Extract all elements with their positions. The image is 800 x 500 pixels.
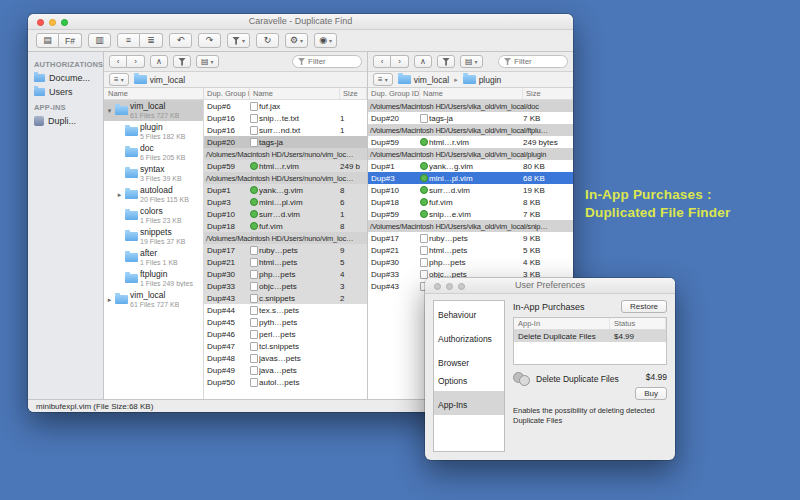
table-row[interactable]: Dup#10 surr…d.vim 19 KB: [368, 184, 573, 196]
table-row[interactable]: Dup#16 surr…nd.txt 1: [204, 124, 367, 136]
table-row[interactable]: Dup#30 php…pets 4: [204, 268, 367, 280]
filter-field[interactable]: [292, 55, 362, 68]
table-row[interactable]: Dup#3 mini…pl.vim 68 KB: [368, 172, 573, 184]
tree-row[interactable]: colors 1 Files 23 KB: [104, 205, 203, 226]
table-row[interactable]: Dup#30 php…pets 4 KB: [368, 256, 573, 268]
refresh-button[interactable]: ↻: [256, 33, 279, 48]
forward-button[interactable]: ›: [391, 55, 409, 68]
close-button[interactable]: [434, 283, 441, 290]
tree-row[interactable]: snippets 19 Files 37 KB: [104, 226, 203, 247]
table-row[interactable]: /Volumes/Macintosh HD/Users/vika_old/vim…: [368, 148, 573, 160]
table-row[interactable]: Dup#18 fuf.vim 8 KB: [368, 196, 573, 208]
sidebar-item[interactable]: Dupli...: [28, 114, 103, 128]
table-row[interactable]: Dup#45 pyth…pets: [204, 316, 367, 328]
table-row[interactable]: Dup#47 tcl.snippets: [204, 340, 367, 352]
table-row[interactable]: Dup#43 c.snippets 2: [204, 292, 367, 304]
column-header-name[interactable]: Name: [420, 88, 523, 99]
tree-column-header[interactable]: Name: [104, 88, 203, 100]
path-menu-button[interactable]: ≡▾: [109, 73, 129, 86]
table-row[interactable]: Dup#3 mini…pl.vim 6: [204, 196, 367, 208]
table-row[interactable]: Dup#46 perl…pets: [204, 328, 367, 340]
back-button[interactable]: ‹: [373, 55, 391, 68]
close-button[interactable]: [37, 19, 44, 26]
table-row[interactable]: Dup#1 yank…g.vim 80 KB: [368, 160, 573, 172]
table-row[interactable]: /Volumes/Macintosh HD/Users/nuno/vim_loc…: [204, 232, 367, 244]
table-row[interactable]: Dup#16 snip…te.txt 1: [204, 112, 367, 124]
path-item-vim-local[interactable]: vim_local: [134, 75, 185, 85]
outline-view-button[interactable]: ≣: [140, 33, 163, 48]
table-row[interactable]: Dup#20 tags-ja: [204, 136, 367, 148]
sidebar-item[interactable]: Users: [28, 85, 103, 99]
table-row[interactable]: Dup#50 autol…pets: [204, 376, 367, 388]
tree-row[interactable]: syntax 3 Files 39 KB: [104, 163, 203, 184]
column-header-status[interactable]: Status: [610, 318, 666, 329]
restore-button[interactable]: Restore: [621, 300, 667, 313]
tree-row[interactable]: plugin 5 Files 182 KB: [104, 121, 203, 142]
view-mode-button[interactable]: ▤▾: [196, 55, 219, 68]
filter-toggle-button[interactable]: [173, 55, 191, 68]
sidebar-item[interactable]: Docume...: [28, 71, 103, 85]
view-mode-button[interactable]: ▤▾: [460, 55, 483, 68]
table-row[interactable]: Dup#48 javas…pets: [204, 352, 367, 364]
table-row[interactable]: Dup#21 html…pets 5 KB: [368, 244, 573, 256]
tree-row[interactable]: ftplugin 1 Files 249 bytes: [104, 268, 203, 289]
view-options-menu-button[interactable]: ◉▾: [314, 33, 337, 48]
back-button[interactable]: ‹: [109, 55, 127, 68]
column-header-app-in[interactable]: App-In: [514, 318, 610, 329]
disclosure-triangle-icon[interactable]: [106, 107, 113, 115]
column-header-size[interactable]: Size: [523, 88, 573, 99]
fsharp-view-button[interactable]: F#: [59, 33, 82, 48]
table-row[interactable]: Dup#59 html…r.vim 249 b: [204, 160, 367, 172]
preferences-nav-item[interactable]: Behaviour: [434, 301, 504, 325]
up-button[interactable]: ∧: [150, 55, 168, 68]
tree-row[interactable]: doc 6 Files 205 KB: [104, 142, 203, 163]
path-item-vim-local[interactable]: vim_local: [398, 75, 449, 85]
table-row[interactable]: Dup#18 fuf.vim 8: [204, 220, 367, 232]
columns-view-button[interactable]: ▥: [88, 33, 111, 48]
preferences-nav-item[interactable]: Browser Options: [434, 349, 504, 391]
table-row[interactable]: /Volumes/Macintosh HD/Users/vika_old/vim…: [368, 220, 573, 232]
disclosure-triangle-icon[interactable]: [106, 296, 113, 304]
table-row[interactable]: Dup#17 ruby…pets 9: [204, 244, 367, 256]
purchase-table-row[interactable]: Delete Duplicate Files $4.99: [514, 330, 666, 342]
table-row[interactable]: Dup#21 html…pets 5: [204, 256, 367, 268]
table-row[interactable]: Dup#6 fuf.jax: [204, 100, 367, 112]
table-row[interactable]: Dup#20 tags-ja 7 KB: [368, 112, 573, 124]
zoom-button[interactable]: [458, 283, 465, 290]
table-row[interactable]: /Volumes/Macintosh HD/Users/vika_old/vim…: [368, 100, 573, 112]
filter-input[interactable]: [514, 57, 562, 66]
table-row[interactable]: /Volumes/Macintosh HD/Users/vika_old/vim…: [368, 124, 573, 136]
preferences-nav-item[interactable]: Authorizations: [434, 325, 504, 349]
table-row[interactable]: Dup#33 objc…pets 3: [204, 280, 367, 292]
undo-button[interactable]: ↶: [169, 33, 192, 48]
redo-button[interactable]: ↷: [198, 33, 221, 48]
table-row[interactable]: Dup#44 tex.s…pets: [204, 304, 367, 316]
column-header-dup-group-id[interactable]: Dup. Group ID: [368, 88, 420, 99]
minimize-button[interactable]: [446, 283, 453, 290]
buy-button[interactable]: Buy: [635, 387, 667, 400]
disclosure-triangle-icon[interactable]: [116, 191, 123, 199]
tree-row[interactable]: vim_local 61 Files 727 KB: [104, 289, 203, 310]
tree-row[interactable]: autoload 20 Files 115 KB: [104, 184, 203, 205]
table-row[interactable]: Dup#49 java…pets: [204, 364, 367, 376]
path-menu-button[interactable]: ≡▾: [373, 73, 393, 86]
column-header-name[interactable]: Name: [250, 88, 340, 99]
filter-field[interactable]: [498, 55, 568, 68]
preferences-nav-item[interactable]: App-Ins: [434, 391, 504, 415]
list-view-button[interactable]: ≡: [117, 33, 140, 48]
filter-toggle-button[interactable]: [437, 55, 455, 68]
table-row[interactable]: Dup#59 snip…e.vim 7 KB: [368, 208, 573, 220]
column-header-size[interactable]: Size: [340, 88, 367, 99]
table-row[interactable]: /Volumes/Macintosh HD/Users/nuno/vim_loc…: [204, 172, 367, 184]
tree-row[interactable]: vim_local 61 Files 727 KB: [104, 100, 203, 121]
settings-menu-button[interactable]: ⚙▾: [285, 33, 308, 48]
browser-view-button[interactable]: ▤: [36, 33, 59, 48]
table-row[interactable]: /Volumes/Macintosh HD/Users/nuno/vim_loc…: [204, 148, 367, 160]
minimize-button[interactable]: [49, 19, 56, 26]
table-row[interactable]: Dup#10 surr…d.vim 1: [204, 208, 367, 220]
table-row[interactable]: Dup#17 ruby…pets 9 KB: [368, 232, 573, 244]
filter-input[interactable]: [308, 57, 356, 66]
filter-menu-button[interactable]: ▾: [227, 33, 250, 48]
up-button[interactable]: ∧: [414, 55, 432, 68]
table-row[interactable]: Dup#1 yank…g.vim 8: [204, 184, 367, 196]
